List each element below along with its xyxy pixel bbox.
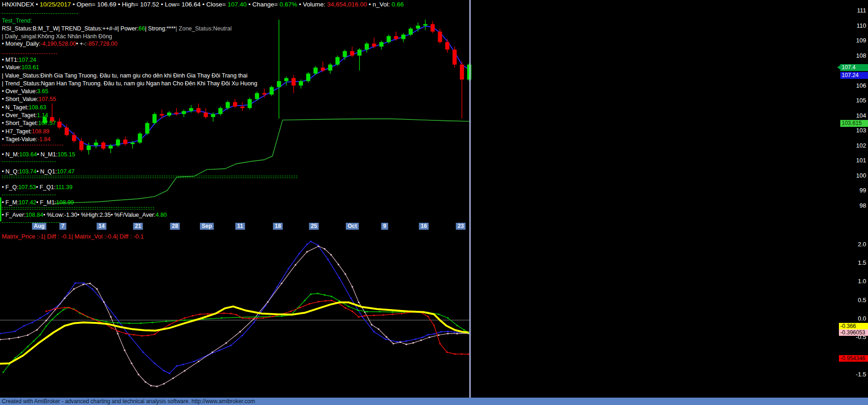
marker-green-mid [106,321,107,322]
marker-red-slow [440,343,441,345]
candle-body [357,50,362,56]
annotation-line: | Daily_singal:Không Xác Nhân Hành Đông [2,33,112,40]
marker-red-slow [461,353,463,355]
title-segment: • Volume: [297,1,327,8]
marker-red-slow [55,308,56,310]
marker-pink-signal [64,298,66,299]
separator-line [2,161,56,162]
annotation-line: • MT1:107.24 [2,57,36,63]
annotation-line: • N_M:103.64• N_M1:105.15 [2,151,75,158]
annotation-segment: 107.57 [38,120,56,126]
marker-green-mid [46,326,47,327]
candle-body [108,146,113,149]
amibroker-chart-window: HNXINDEX • 10/25/2017 • Open= 106.69 • H… [0,0,868,405]
date-tick: 21 [133,223,143,230]
marker-green-mid [57,314,59,315]
annotation-segment: • Over_Taget: [2,112,37,119]
marker-blue-fast [219,350,220,351]
marker-green-mid [184,320,186,321]
title-segment: 0.67% [279,1,297,8]
marker-pink-signal [198,361,199,362]
marker-green-mid [40,334,41,335]
annotation-line: • Over_Taget:1.14 [2,112,48,119]
green-bracket-mark [0,197,1,221]
marker-green-mid [367,311,368,312]
annotation-segment: 105.15 [58,151,75,158]
candle-body [152,114,157,123]
annotation-segment: | Zone_Status:Neutral [175,25,231,32]
trend-line [54,119,470,203]
candle-body [138,134,142,143]
marker-blue-fast [422,337,423,338]
marker-red-slow [331,300,332,301]
marker-pink-signal [46,320,47,322]
candle-body [116,140,120,146]
marker-red-slow [345,307,346,309]
marker-pink-signal [110,316,112,317]
separator-line [2,13,78,14]
marker-red-slow [111,328,113,329]
marker-green-mid [317,293,319,294]
annotation-segment: 103.64 [19,151,37,158]
annotation-line: • Value:103.61 [2,64,39,71]
marker-pink-signal [352,286,353,287]
separator-line [2,176,297,178]
candle-body [262,93,266,95]
marker-red-slow [358,316,360,317]
candle-body [445,42,449,49]
marker-red-slow [99,321,100,322]
marker-pink-signal [18,337,19,338]
oscillator-line-pink-signal [0,246,469,387]
oscillator-tick-label: 1.5 [834,259,866,266]
annotation-segment: 107.42 [18,199,36,206]
candle-body [277,81,281,87]
annotation-segment: 107.53 [18,184,36,191]
candle-body [431,24,435,31]
marker-blue-fast [310,241,312,242]
oscillator-line-red-slow [46,301,469,354]
annotation-segment: RSI_Status:B:M_T_W| TREND_Status:++#-#| … [2,25,139,32]
marker-blue-fast [288,268,289,269]
candle-body [79,141,84,150]
marker-red-slow [383,314,384,316]
marker-pink-signal [212,351,213,353]
matrix-status-line: Matrix_Price :-1| Diff : -0.1| Matrix_Vo… [2,233,144,240]
date-tick: Oct [346,223,359,230]
annotation-segment: • F_M1: [36,199,56,206]
date-tick: 28 [170,223,180,230]
marker-blue-fast [92,288,93,290]
marker-pink-signal [386,336,387,338]
marker-blue-fast [32,322,33,323]
annotation-segment: • F_M: [2,199,18,206]
marker-blue-fast [440,331,442,333]
candle-body [372,44,376,47]
candle-body [233,102,237,107]
marker-blue-fast [176,365,178,367]
candle-body [438,32,442,42]
date-tick: Sep [200,223,214,230]
marker-green-mid [357,310,359,311]
marker-green-mid [256,316,257,317]
candle-body [386,36,391,42]
marker-blue-fast [242,335,243,336]
price-badge: 107.4 [840,64,868,71]
annotation-segment: • Short_Value: [2,96,38,102]
annotation-segment: 107.24 [18,57,36,63]
marker-blue-fast [154,363,156,364]
marker-blue-fast [169,373,170,374]
candle-body [350,51,354,56]
marker-red-slow [300,307,301,308]
marker-pink-signal [131,363,133,364]
chart-canvas[interactable] [0,0,868,398]
oscillator-tick-label: 2.0 [834,241,866,248]
oscillator-tick-label: 0.5 [834,297,866,304]
marker-pink-signal [138,374,139,375]
annotation-line: | Trend_Status:Ngan Han Tang Truong. Đâu… [2,80,257,87]
price-tick-label: 110 [834,22,866,29]
candle-body [247,99,252,108]
annotation-segment: • H7_Taget: [2,128,32,135]
marker-pink-signal [429,337,430,338]
candle-body [284,78,289,81]
marker-blue-fast [193,361,195,362]
price-tick-label: 109 [834,37,866,44]
